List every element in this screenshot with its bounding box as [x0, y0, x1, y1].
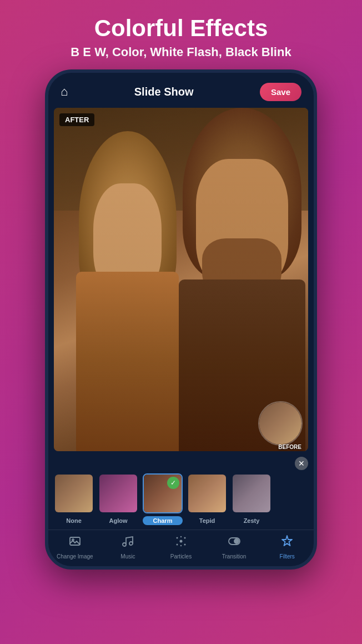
nav-label-filters: Filters: [280, 553, 295, 560]
filter-label-charm: Charm: [143, 516, 183, 525]
man-figure: [176, 108, 308, 451]
svg-point-9: [180, 536, 182, 537]
filter-preview-aglow: [99, 475, 137, 512]
nav-music[interactable]: Music: [102, 535, 155, 560]
filter-preview-zesty: [233, 475, 270, 512]
nav-filters[interactable]: Filters: [260, 535, 314, 560]
filter-label-none: None: [54, 516, 94, 525]
filter-thumb-aglow: [98, 473, 138, 513]
filters-icon: [280, 535, 294, 551]
header-subtitle: B E W, Color, White Flash, Black Blink: [71, 44, 291, 61]
header-title: Colorful Effects: [71, 16, 291, 41]
filter-items: None Aglow ✓ Charm: [54, 473, 308, 525]
filter-strip: ✕ None Aglow: [48, 451, 314, 530]
before-thumb-image: [259, 402, 301, 445]
woman-body: [76, 272, 179, 451]
svg-point-12: [234, 539, 239, 543]
before-label: BEFORE: [278, 444, 301, 450]
filter-item-none[interactable]: None: [54, 473, 94, 525]
filter-label-zesty: Zesty: [232, 516, 272, 525]
close-icon: ✕: [298, 459, 305, 468]
top-bar: ⌂ Slide Show Save: [48, 73, 314, 108]
filter-preview-none: [55, 475, 93, 512]
svg-point-2: [123, 543, 126, 546]
filter-preview-tepid: [188, 475, 226, 512]
nav-change-image[interactable]: Change Image: [48, 535, 102, 560]
svg-point-10: [180, 545, 182, 546]
svg-point-8: [184, 543, 185, 545]
phone-inner: ⌂ Slide Show Save: [48, 73, 314, 566]
header-section: Colorful Effects B E W, Color, White Fla…: [59, 0, 302, 69]
change-image-icon: [68, 535, 82, 551]
nav-label-music: Music: [120, 553, 135, 560]
couple-photo: [54, 108, 308, 451]
svg-point-5: [176, 537, 178, 538]
image-area: AFTER BEFORE: [54, 108, 308, 451]
filter-item-zesty[interactable]: Zesty: [232, 473, 272, 525]
music-icon: [121, 535, 134, 551]
filter-label-tepid: Tepid: [187, 516, 227, 525]
filter-thumb-tepid: [187, 473, 227, 513]
svg-point-3: [129, 542, 133, 545]
nav-label-change-image: Change Image: [57, 553, 93, 560]
svg-point-4: [179, 540, 182, 542]
filter-check-charm: ✓: [167, 477, 179, 489]
app-title: Slide Show: [134, 86, 194, 98]
save-button[interactable]: Save: [260, 83, 301, 101]
phone-frame: ⌂ Slide Show Save: [45, 69, 317, 570]
svg-point-6: [184, 537, 185, 538]
filter-item-aglow[interactable]: Aglow: [98, 473, 138, 525]
nav-label-particles: Particles: [170, 553, 192, 560]
nav-transition[interactable]: Transition: [208, 535, 261, 560]
filter-item-tepid[interactable]: Tepid: [187, 473, 227, 525]
filter-thumb-zesty: [232, 473, 272, 513]
bottom-nav: Change Image Music: [48, 530, 314, 566]
before-thumbnail: [258, 401, 303, 446]
particles-icon: [174, 535, 188, 551]
filter-label-aglow: Aglow: [98, 516, 138, 525]
nav-label-transition: Transition: [222, 553, 247, 560]
transition-icon: [228, 535, 241, 551]
svg-point-7: [176, 543, 178, 545]
nav-particles[interactable]: Particles: [154, 535, 208, 560]
after-label: AFTER: [59, 113, 94, 126]
close-row: ✕: [54, 457, 308, 470]
photo-content: [54, 108, 308, 451]
filter-thumb-charm: ✓: [143, 473, 183, 513]
svg-rect-0: [70, 537, 80, 545]
filter-thumb-none: [54, 473, 94, 513]
filter-item-charm[interactable]: ✓ Charm: [143, 473, 183, 525]
woman-figure: [67, 125, 189, 451]
close-filters-button[interactable]: ✕: [295, 457, 308, 470]
home-icon[interactable]: ⌂: [61, 84, 68, 99]
